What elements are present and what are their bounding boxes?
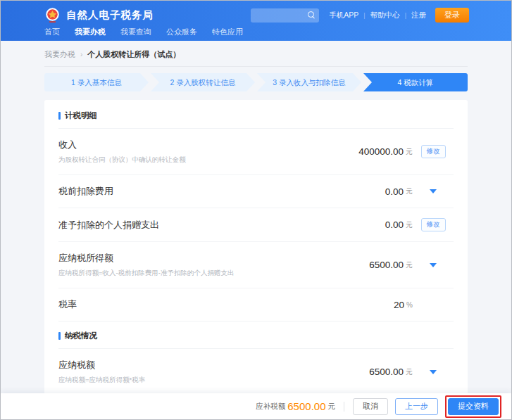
- top-header: 自然人电子税务局 手机APP | 帮助中心 | 注册 登录 首页 我要办税 我要…: [1, 1, 511, 41]
- row-taxable-income: 应纳税所得额 应纳税所得额=收入-税前扣除费用-准予扣除的个人捐赠支出 6500…: [58, 242, 454, 288]
- taxable-label: 应纳税所得额: [58, 252, 369, 265]
- row-deduction-text: 税前扣除费用: [58, 185, 385, 198]
- tax-due-value: 6500.00: [287, 400, 325, 412]
- row-income-text: 收入 为股权转让合同（协议）中确认的转让金额: [58, 139, 358, 165]
- deduction-label: 税前扣除费用: [58, 185, 385, 198]
- section-tax-status-title: 纳税情况: [65, 331, 97, 341]
- search-icon[interactable]: [308, 11, 316, 19]
- section-tax-status: 纳税情况: [58, 322, 454, 349]
- deduction-unit: 元: [406, 186, 413, 196]
- action-footer: 应补税额 6500.00 元 取消 上一步 提交资料: [1, 393, 511, 419]
- deduction-expand-chevron-icon[interactable]: [430, 189, 437, 193]
- rate-label: 税率: [58, 298, 394, 311]
- rate-value: 20: [394, 300, 404, 310]
- row-rate-text: 税率: [58, 298, 394, 311]
- row-deduction-right: 0.00 元: [385, 186, 454, 197]
- donation-modify-button[interactable]: 修改: [421, 218, 446, 231]
- taxable-control-slot: [413, 263, 454, 267]
- step-1-basic-info[interactable]: 1 录入基本信息: [44, 73, 149, 91]
- breadcrumb-current: 个人股权转让所得（试点）: [87, 49, 180, 60]
- login-button[interactable]: 登录: [435, 8, 469, 23]
- tax-due-unit: 元: [328, 402, 336, 412]
- nav-item-tax[interactable]: 我要办税: [75, 27, 106, 37]
- nav-item-special-apps[interactable]: 特色应用: [212, 27, 243, 37]
- step-2-equity-transfer-info[interactable]: 2 录入股权转让信息: [151, 73, 255, 91]
- breadcrumb: 我要办税 › 个人股权转让所得（试点）: [1, 41, 511, 66]
- register-link[interactable]: 注册: [411, 11, 426, 20]
- payable-control-slot: [413, 370, 454, 374]
- step-wizard: 1 录入基本信息 2 录入股权转让信息 3 录入收入与扣除信息 4 税款计算: [44, 73, 468, 91]
- nav-item-query[interactable]: 我要查询: [120, 27, 151, 37]
- row-donation-text: 准予扣除的个人捐赠支出: [58, 219, 385, 231]
- payable-unit: 元: [406, 367, 413, 377]
- section-accent-bar: [58, 332, 61, 340]
- donation-label: 准予扣除的个人捐赠支出: [58, 219, 385, 231]
- taxable-sublabel: 应纳税所得额=收入-税前扣除费用-准予扣除的个人捐赠支出: [58, 269, 369, 278]
- payable-sublabel: 应纳税额=应纳税所得额*税率: [58, 376, 369, 385]
- nav-item-public-services[interactable]: 公众服务: [166, 27, 197, 37]
- mobile-app-link[interactable]: 手机APP: [329, 11, 358, 20]
- income-value: 400000.00: [358, 146, 404, 157]
- taxable-value: 6500.00: [369, 260, 404, 270]
- payable-label: 应纳税额: [58, 359, 369, 371]
- taxable-unit: 元: [406, 260, 413, 270]
- row-income-right: 400000.00 元 修改: [358, 145, 454, 158]
- breadcrumb-parent[interactable]: 我要办税: [44, 49, 75, 60]
- header-right-group: 手机APP | 帮助中心 | 注册 登录: [251, 8, 469, 23]
- taxable-expand-chevron-icon[interactable]: [430, 263, 437, 267]
- row-payable-right: 6500.00 元: [369, 367, 454, 377]
- row-tax-payable: 应纳税额 应纳税额=应纳税所得额*税率 6500.00 元: [58, 349, 454, 395]
- income-label: 收入: [58, 139, 358, 151]
- red-highlight-annotation: 提交资料: [445, 395, 501, 418]
- search-input[interactable]: [254, 11, 308, 19]
- deduction-value: 0.00: [385, 186, 404, 197]
- nav-item-home[interactable]: 首页: [44, 27, 60, 37]
- header-links: 手机APP | 帮助中心 | 注册: [329, 11, 426, 20]
- income-control-slot: 修改: [413, 145, 454, 158]
- link-separator: |: [405, 12, 406, 19]
- row-taxable-right: 6500.00 元: [369, 260, 454, 270]
- row-rate-right: 20 %: [394, 300, 454, 310]
- main-nav: 首页 我要办税 我要查询 公众服务 特色应用: [44, 26, 469, 37]
- submit-materials-button[interactable]: 提交资料: [448, 398, 499, 415]
- row-taxable-text: 应纳税所得额 应纳税所得额=收入-税前扣除费用-准予扣除的个人捐赠支出: [58, 252, 369, 278]
- row-donation-deduction: 准予扣除的个人捐赠支出 0.00 元 修改: [58, 208, 454, 242]
- link-separator: |: [363, 12, 365, 19]
- donation-control-slot: 修改: [413, 218, 454, 231]
- row-income: 收入 为股权转让合同（协议）中确认的转让金额 400000.00 元 修改: [58, 129, 454, 175]
- income-sublabel: 为股权转让合同（协议）中确认的转让金额: [58, 155, 358, 165]
- payable-expand-chevron-icon[interactable]: [430, 370, 437, 374]
- section-accent-bar: [58, 112, 61, 120]
- row-tax-rate: 税率 20 %: [58, 288, 454, 322]
- footer-divider: [344, 402, 344, 412]
- previous-step-button[interactable]: 上一步: [395, 398, 438, 415]
- step-4-tax-calculation: 4 税款计算: [363, 73, 468, 91]
- header-main-row: 自然人电子税务局 手机APP | 帮助中心 | 注册 登录: [44, 1, 469, 26]
- cancel-button[interactable]: 取消: [353, 398, 388, 415]
- payable-value: 6500.00: [369, 367, 404, 377]
- tax-calculation-card: 计税明细 收入 为股权转让合同（协议）中确认的转让金额 400000.00 元 …: [44, 100, 468, 401]
- breadcrumb-separator-icon: ›: [80, 51, 82, 58]
- section-tax-detail-title: 计税明细: [65, 110, 97, 121]
- header-search-box[interactable]: [251, 8, 319, 23]
- breadcrumb-divider: [44, 66, 468, 67]
- deduction-control-slot: [413, 189, 454, 193]
- row-pre-tax-deduction: 税前扣除费用 0.00 元: [58, 175, 454, 208]
- donation-unit: 元: [406, 220, 413, 230]
- row-payable-text: 应纳税额 应纳税额=应纳税所得额*税率: [58, 359, 369, 385]
- donation-value: 0.00: [385, 219, 404, 230]
- step-3-income-deduction-info[interactable]: 3 录入收入与扣除信息: [257, 73, 361, 91]
- tax-due-label: 应补税额: [256, 402, 285, 412]
- rate-unit: %: [406, 301, 413, 309]
- help-center-link[interactable]: 帮助中心: [370, 11, 400, 20]
- tax-bureau-logo-icon: [44, 7, 61, 23]
- row-donation-right: 0.00 元 修改: [385, 218, 454, 231]
- income-unit: 元: [406, 147, 413, 157]
- income-modify-button[interactable]: 修改: [421, 145, 446, 158]
- site-title: 自然人电子税务局: [66, 8, 154, 22]
- section-tax-detail: 计税明细: [58, 101, 454, 129]
